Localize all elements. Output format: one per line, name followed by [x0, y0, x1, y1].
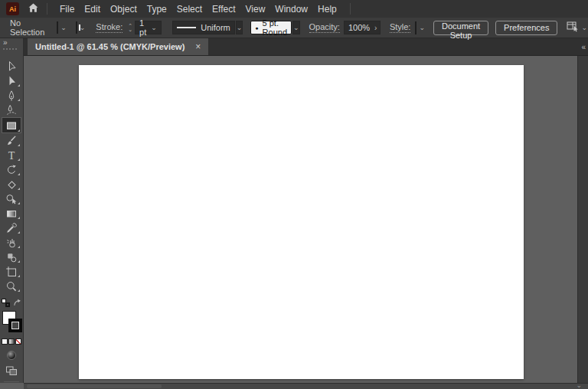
opacity-value: 100% — [348, 23, 370, 32]
shaper-tool[interactable] — [2, 235, 21, 250]
chevron-down-icon: ⌄ — [581, 25, 587, 31]
document-tab-title: Untitled-1 @ 61.45 % (CMYK/Preview) — [35, 42, 185, 51]
document-setup-button[interactable]: Document Setup — [433, 21, 488, 35]
stroke-weight-stepper[interactable]: ⌃ ⌄ — [128, 24, 132, 31]
brush-dot-icon: ● — [255, 25, 258, 31]
scrollbar-thumb[interactable] — [27, 384, 162, 388]
close-icon[interactable]: × — [195, 41, 201, 52]
tool-list: T — [0, 55, 23, 293]
curvature-tool[interactable] — [2, 103, 21, 117]
tools-panel: » T … — [0, 38, 24, 383]
screen-mode-icon[interactable] — [5, 365, 18, 376]
stroke-weight-value: 1 pt — [139, 18, 146, 37]
artboard[interactable] — [79, 65, 524, 379]
workspace-icon — [567, 21, 579, 34]
rotate-tool[interactable] — [2, 162, 21, 177]
chevron-down-icon: ⌄ — [146, 24, 157, 31]
none-button[interactable] — [15, 338, 21, 345]
paintbrush-tool[interactable] — [2, 133, 21, 148]
fill-chevron-down-icon[interactable]: ⌄ — [60, 25, 67, 31]
stepper-down-icon[interactable]: ⌄ — [128, 28, 132, 31]
artboard-tool[interactable] — [2, 264, 21, 279]
chevron-down-icon: ⌄ — [293, 24, 299, 31]
menu-bar: Ai FileEditObjectTypeSelectEffectViewWin… — [0, 0, 588, 18]
zoom-tool[interactable] — [2, 279, 21, 293]
document-tab[interactable]: Untitled-1 @ 61.45 % (CMYK/Preview) × — [28, 38, 208, 55]
draw-mode-icon[interactable] — [7, 351, 16, 360]
menubar-divider-right — [350, 3, 351, 15]
fill-color-swatch[interactable] — [57, 21, 58, 34]
menubar-divider — [47, 3, 47, 15]
application-menus: FileEditObjectTypeSelectEffectViewWindow… — [55, 4, 342, 15]
home-icon — [28, 2, 39, 16]
menu-edit[interactable]: Edit — [80, 4, 105, 15]
eyedropper-tool[interactable] — [2, 221, 21, 235]
opacity-arrow-icon: › — [370, 24, 377, 32]
workspace-switcher[interactable]: ⌄ — [567, 21, 588, 34]
preferences-button[interactable]: Preferences — [495, 21, 557, 35]
stroke-weight-dropdown[interactable]: 1 pt ⌄ — [135, 21, 162, 34]
color-button[interactable] — [2, 338, 8, 345]
opacity-label[interactable]: Opacity: — [309, 22, 340, 33]
expand-panels-icon[interactable]: « — [581, 43, 586, 51]
app-logo-text: Ai — [9, 5, 16, 13]
tools-panel-header: » — [0, 38, 23, 55]
gradient-tool[interactable] — [2, 206, 21, 221]
brush-chevron[interactable]: ⌄ — [292, 21, 300, 34]
type-tool[interactable]: T — [2, 148, 21, 162]
svg-text:T: T — [8, 149, 15, 161]
rectangle-tool[interactable] — [2, 117, 21, 133]
eraser-tool[interactable] — [2, 177, 21, 191]
selection-status: No Selection — [10, 18, 44, 37]
opacity-input[interactable]: 100% › — [344, 21, 381, 34]
collapse-toolbar-icon[interactable]: » — [3, 38, 8, 47]
default-fill-stroke-icon[interactable] — [2, 299, 10, 307]
menu-type[interactable]: Type — [142, 4, 172, 15]
fill-stroke-indicator — [1, 311, 22, 334]
stroke-label[interactable]: Stroke: — [96, 22, 122, 33]
menu-effect[interactable]: Effect — [207, 4, 240, 15]
graphic-style-swatch[interactable] — [415, 21, 416, 34]
pen-tool[interactable] — [2, 88, 21, 103]
direct-selection-tool[interactable] — [2, 74, 21, 88]
collapsed-panel-dock — [577, 56, 588, 383]
shape-builder-tool[interactable] — [2, 191, 21, 206]
style-label[interactable]: Style: — [390, 22, 411, 33]
selection-tool[interactable] — [2, 59, 21, 74]
document-tab-bar: Untitled-1 @ 61.45 % (CMYK/Preview) × — [24, 38, 588, 56]
variable-width-profile-dropdown[interactable]: Uniform — [172, 21, 235, 34]
chevron-down-icon: ⌄ — [237, 24, 243, 31]
symbol-sprayer-tool[interactable] — [2, 250, 21, 264]
stroke-swatch[interactable] — [8, 319, 22, 332]
menu-file[interactable]: File — [55, 4, 79, 15]
stroke-preview-line — [177, 27, 196, 28]
brush-definition-dropdown[interactable]: ● 5 pt. Round — [250, 21, 292, 34]
fill-stroke-mini-controls — [2, 296, 21, 309]
color-type-row — [0, 338, 23, 345]
menu-window[interactable]: Window — [270, 4, 312, 15]
width-profile-value: Uniform — [201, 23, 230, 32]
gradient-button[interactable] — [8, 338, 15, 345]
horizontal-scrollbar[interactable]: ⌄ — [24, 383, 588, 389]
stroke-chevron-down-icon[interactable]: ⌄ — [80, 25, 86, 31]
menu-select[interactable]: Select — [172, 4, 207, 15]
toolbar-grip-handle[interactable] — [3, 48, 17, 50]
chevron-down-icon[interactable]: ⌄ — [576, 381, 582, 389]
menu-object[interactable]: Object — [106, 4, 142, 15]
brush-definition-value: 5 pt. Round — [263, 18, 287, 37]
stroke-color-swatch[interactable] — [76, 21, 77, 34]
width-profile-chevron[interactable]: ⌄ — [236, 21, 243, 34]
style-chevron-down-icon[interactable]: ⌄ — [419, 25, 425, 31]
swap-fill-stroke-icon[interactable] — [13, 296, 21, 309]
menu-help[interactable]: Help — [313, 4, 341, 15]
canvas-pasteboard[interactable] — [24, 56, 577, 383]
control-bar: No Selection ⌄ ⌄ Stroke: ⌃ ⌄ 1 pt ⌄ Unif… — [0, 18, 588, 38]
app-logo[interactable]: Ai — [6, 2, 19, 15]
menu-view[interactable]: View — [241, 4, 270, 15]
toolbar-divider — [4, 381, 19, 382]
home-button[interactable] — [28, 2, 39, 16]
